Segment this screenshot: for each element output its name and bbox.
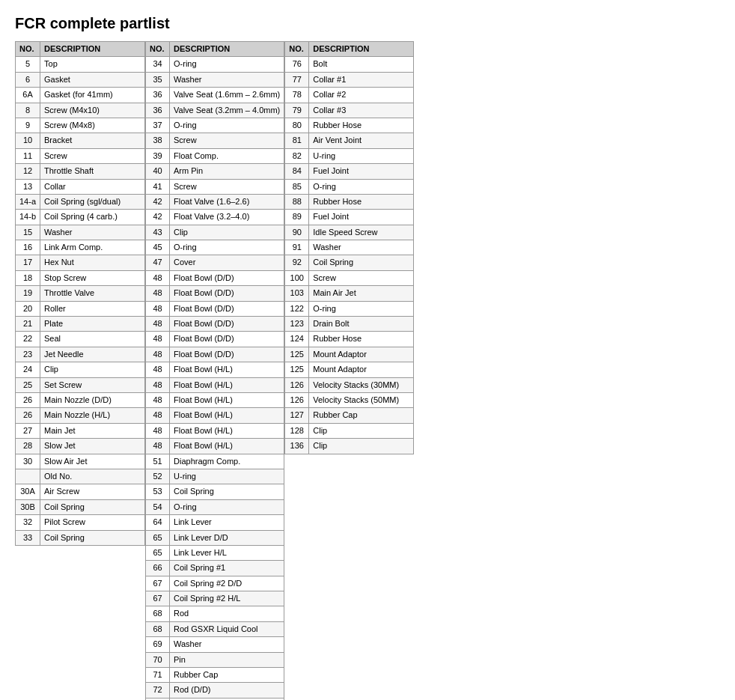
part-description: Stop Screw — [40, 270, 145, 285]
table-row: 36Valve Seat (1.6mm – 2.6mm) — [146, 88, 284, 103]
table-row: 48Float Bowl (D/D) — [146, 270, 284, 285]
table-row: 68Rod GSXR Liquid Cool — [146, 621, 284, 636]
part-number: 36 — [146, 103, 170, 118]
part-description: Collar #1 — [309, 72, 414, 87]
part-description: Screw — [309, 270, 414, 285]
part-number: 6 — [16, 72, 40, 87]
part-number: 54 — [146, 499, 170, 514]
part-description: Rubber Hose — [309, 194, 414, 209]
part-description: Bolt — [309, 57, 414, 72]
part-number: 88 — [285, 194, 309, 209]
part-number: 48 — [146, 408, 170, 423]
part-description: Float Valve (1.6–2.6) — [170, 194, 284, 209]
part-description: Pin — [170, 652, 284, 667]
table-row: 14-aCoil Spring (sgl/dual) — [16, 194, 145, 209]
table-3: NO. DESCRIPTION 76Bolt77Collar #178Colla… — [284, 41, 414, 454]
part-description: Slow Air Jet — [40, 454, 145, 469]
table-row: 27Main Jet — [16, 423, 145, 438]
table-row: 20Roller — [16, 301, 145, 316]
page-title: FCR complete partlist — [15, 15, 720, 32]
part-number: 127 — [285, 408, 309, 423]
table-row: 10Bracket — [16, 133, 145, 148]
part-description: Link Arm Comp. — [40, 240, 145, 255]
part-number: 125 — [285, 347, 309, 362]
part-number: 82 — [285, 148, 309, 163]
part-description: Seal — [40, 332, 145, 347]
table-row: 33Coil Spring — [16, 530, 145, 545]
table-row: 48Float Bowl (H/L) — [146, 377, 284, 392]
part-number — [16, 469, 40, 484]
part-number: 48 — [146, 270, 170, 285]
part-description: Rubber Cap — [170, 668, 284, 683]
part-number: 48 — [146, 439, 170, 454]
part-number: 9 — [16, 118, 40, 133]
part-description: Air Vent Joint — [309, 133, 414, 148]
table-row: 12Throttle Shaft — [16, 164, 145, 179]
part-description: Float Bowl (D/D) — [170, 270, 284, 285]
part-number: 48 — [146, 392, 170, 407]
part-description: Float Bowl (D/D) — [170, 347, 284, 362]
table-row: 48Float Bowl (D/D) — [146, 286, 284, 301]
table-2: NO. DESCRIPTION 34O-ring35Washer36Valve … — [145, 41, 284, 700]
part-description: Fuel Joint — [309, 164, 414, 179]
part-description: U-ring — [170, 469, 284, 484]
table-row: 28Slow Jet — [16, 439, 145, 454]
part-description: Washer — [170, 637, 284, 652]
part-description: Air Screw — [40, 484, 145, 499]
part-number: 91 — [285, 240, 309, 255]
table-row: 37O-ring — [146, 118, 284, 133]
part-number: 24 — [16, 362, 40, 377]
table-row: 48Float Bowl (H/L) — [146, 362, 284, 377]
part-number: 10 — [16, 133, 40, 148]
part-number: 48 — [146, 332, 170, 347]
part-number: 47 — [146, 255, 170, 270]
table-row: 80Rubber Hose — [285, 118, 414, 133]
part-description: Gasket — [40, 72, 145, 87]
part-number: 38 — [146, 133, 170, 148]
part-description: Screw — [170, 133, 284, 148]
part-description: Pilot Screw — [40, 515, 145, 530]
part-number: 126 — [285, 377, 309, 392]
part-description: O-ring — [170, 118, 284, 133]
table-row: 136Clip — [285, 439, 414, 454]
part-number: 28 — [16, 439, 40, 454]
part-number: 23 — [16, 347, 40, 362]
table-row: 19Throttle Valve — [16, 286, 145, 301]
part-number: 48 — [146, 286, 170, 301]
part-number: 34 — [146, 57, 170, 72]
part-number: 128 — [285, 423, 309, 438]
part-description: Coil Spring — [40, 530, 145, 545]
part-description: Screw — [40, 148, 145, 163]
part-description: Gasket (for 41mm) — [40, 88, 145, 103]
part-description: Screw — [170, 179, 284, 194]
table-row: 126Velocity Stacks (30MM) — [285, 377, 414, 392]
part-number: 79 — [285, 103, 309, 118]
part-number: 78 — [285, 88, 309, 103]
table-row: 35Washer — [146, 72, 284, 87]
part-description: Float Valve (3.2–4.0) — [170, 210, 284, 225]
table-row: 47Cover — [146, 255, 284, 270]
part-description: Plate — [40, 317, 145, 332]
table-row: 5Top — [16, 57, 145, 72]
part-number: 81 — [285, 133, 309, 148]
part-description: Old No. — [40, 469, 145, 484]
part-description: Rubber Hose — [309, 332, 414, 347]
part-number: 90 — [285, 225, 309, 240]
part-description: O-ring — [309, 301, 414, 316]
table-row: 123Drain Bolt — [285, 317, 414, 332]
table-row: 68Rod — [146, 606, 284, 621]
part-description: Arm Pin — [170, 164, 284, 179]
table-row: 103Main Air Jet — [285, 286, 414, 301]
table-row: 9Screw (M4x8) — [16, 118, 145, 133]
part-description: Fuel Joint — [309, 210, 414, 225]
part-description: Set Screw — [40, 377, 145, 392]
part-description: Float Bowl (H/L) — [170, 423, 284, 438]
part-number: 103 — [285, 286, 309, 301]
part-description: Float Bowl (H/L) — [170, 439, 284, 454]
table-row: 40Arm Pin — [146, 164, 284, 179]
part-number: 26 — [16, 392, 40, 407]
table-row: 45O-ring — [146, 240, 284, 255]
table-row: 30Slow Air Jet — [16, 454, 145, 469]
part-description: O-ring — [309, 179, 414, 194]
part-number: 11 — [16, 148, 40, 163]
